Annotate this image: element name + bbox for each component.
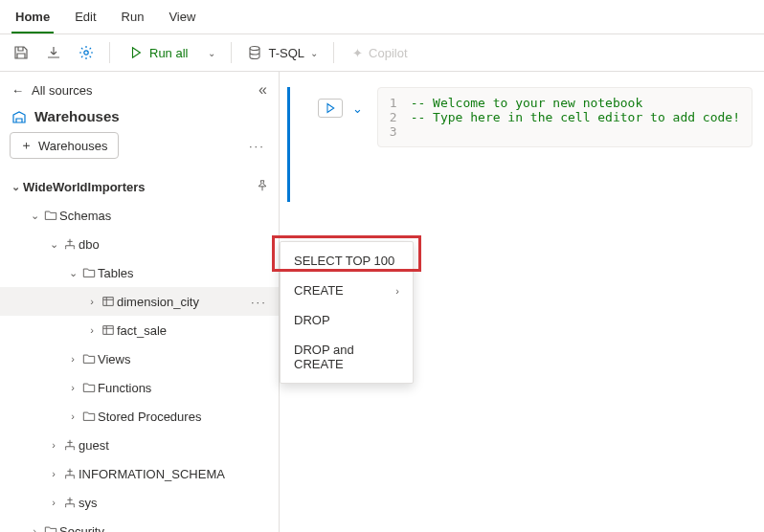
toolbar-separator	[109, 42, 110, 63]
settings-button[interactable]	[75, 41, 98, 64]
ctx-create[interactable]: CREATE ›	[281, 276, 413, 305]
tree-label: INFORMATION_SCHEMA	[79, 467, 271, 481]
back-all-sources[interactable]: ← All sources	[11, 83, 93, 98]
code-line: -- Welcome to your new notebook	[411, 96, 740, 110]
back-label: All sources	[32, 83, 93, 98]
menubar-item-run[interactable]: Run	[118, 6, 148, 33]
sidebar-more-button[interactable]: ···	[245, 139, 269, 153]
tree-schema-information[interactable]: › INFORMATION_SCHEMA	[0, 459, 279, 488]
line-number: 3	[390, 124, 397, 139]
tree-tables[interactable]: ⌄ Tables	[0, 258, 279, 287]
ctx-drop-and-create[interactable]: DROP and CREATE	[281, 335, 413, 379]
tree-schemas[interactable]: ⌄ Schemas	[0, 201, 279, 230]
run-all-button[interactable]: Run all	[122, 40, 194, 65]
code-cell[interactable]: 1 2 3 -- Welcome to your new notebook --…	[377, 87, 753, 147]
tree-functions[interactable]: › Functions	[0, 373, 279, 402]
save-button[interactable]	[10, 41, 33, 64]
sidebar-header: ← All sources «	[0, 72, 279, 104]
code-content: -- Welcome to your new notebook -- Type …	[411, 96, 740, 139]
chevron-right-icon: ›	[65, 382, 80, 393]
tree-stored-procedures[interactable]: › Stored Procedures	[0, 402, 279, 431]
tree-schema-guest[interactable]: › guest	[0, 431, 279, 459]
line-gutter: 1 2 3	[390, 96, 411, 139]
download-button[interactable]	[42, 41, 65, 64]
tree-label: Tables	[98, 266, 271, 280]
toolbar-separator	[231, 42, 232, 63]
tree-label: sys	[79, 496, 271, 510]
chevron-right-icon: ›	[84, 324, 100, 336]
tree-label: fact_sale	[117, 323, 271, 338]
folder-icon	[80, 410, 98, 423]
gear-icon	[79, 45, 94, 60]
run-all-label: Run all	[149, 46, 188, 60]
folder-icon	[42, 524, 59, 532]
chevron-right-icon: ›	[27, 525, 42, 532]
language-selector[interactable]: T-SQL ⌄	[243, 41, 322, 64]
tree-schema-dbo[interactable]: ⌄ dbo	[0, 230, 279, 258]
copilot-button[interactable]: ✦ Copilot	[346, 41, 411, 64]
tree-label: Schemas	[59, 209, 271, 223]
chevron-down-icon: ⌄	[208, 48, 215, 58]
tree-label: Functions	[98, 381, 271, 395]
ctx-select-top-100[interactable]: SELECT TOP 100	[281, 246, 413, 276]
tree-label: Security	[59, 524, 271, 533]
warehouse-icon	[11, 109, 27, 124]
tree-views[interactable]: › Views	[0, 344, 279, 373]
download-icon	[46, 45, 61, 60]
play-icon	[128, 45, 144, 60]
chevron-down-icon: ⌄	[46, 238, 61, 251]
context-menu: SELECT TOP 100 CREATE › DROP DROP and CR…	[280, 241, 414, 384]
tree-schema-sys[interactable]: › sys	[0, 488, 279, 517]
chevron-down-icon: ⌄	[310, 48, 318, 58]
cell-selected-indicator	[287, 87, 290, 202]
sidebar-title-row: Warehouses	[0, 104, 279, 130]
chevron-right-icon: ›	[65, 353, 80, 365]
sidebar-title: Warehouses	[34, 108, 120, 124]
schema-icon	[61, 237, 79, 251]
ctx-drop[interactable]: DROP	[281, 305, 413, 335]
tree-item-more-button[interactable]: ···	[247, 295, 271, 309]
folder-icon	[80, 381, 98, 394]
folder-icon	[80, 266, 98, 279]
folder-icon	[42, 209, 59, 222]
run-all-dropdown[interactable]: ⌄	[204, 44, 219, 62]
tree-label: dimension_city	[117, 295, 247, 309]
ctx-label: SELECT TOP 100	[294, 254, 394, 268]
table-icon	[100, 323, 117, 337]
sidebar: ← All sources « Warehouses ＋ Warehouses …	[0, 72, 280, 532]
language-label: T-SQL	[268, 46, 304, 60]
line-number: 2	[390, 110, 397, 124]
explorer-tree: ⌄ WideWorldImporters ⌄ Schemas ⌄ dbo	[0, 168, 279, 532]
schema-icon	[61, 496, 79, 509]
folder-icon	[80, 352, 98, 366]
copilot-icon: ✦	[349, 45, 365, 60]
chevron-down-icon: ⌄	[65, 267, 80, 279]
chevron-right-icon: ›	[46, 497, 61, 508]
tree-label: dbo	[79, 237, 271, 252]
chevron-right-icon: ›	[46, 468, 61, 479]
tree-label: WideWorldImporters	[23, 180, 254, 194]
copilot-label: Copilot	[369, 46, 407, 60]
chevron-right-icon: ›	[84, 296, 100, 307]
collapse-sidebar-button[interactable]: «	[258, 81, 267, 99]
sidebar-actions: ＋ Warehouses ···	[0, 130, 279, 168]
menubar-item-view[interactable]: View	[165, 6, 199, 33]
tree-label: Stored Procedures	[98, 410, 271, 424]
menubar-item-edit[interactable]: Edit	[71, 6, 100, 33]
cell-run-dropdown[interactable]: ⌄	[352, 101, 363, 116]
tree-label: guest	[79, 438, 271, 453]
ctx-label: CREATE	[294, 283, 344, 298]
toolbar-separator	[333, 42, 334, 63]
tree-security[interactable]: › Security	[0, 517, 279, 532]
menubar-item-home[interactable]: Home	[11, 6, 54, 33]
cell-run-button[interactable]	[318, 99, 343, 118]
table-icon	[100, 295, 117, 308]
tree-database[interactable]: ⌄ WideWorldImporters	[0, 172, 279, 201]
tree-label: Views	[98, 352, 271, 366]
chevron-right-icon: ›	[65, 410, 80, 422]
line-number: 1	[390, 96, 397, 110]
tree-table-fact-sale[interactable]: › fact_sale	[0, 316, 279, 344]
tree-table-dimension-city[interactable]: › dimension_city ···	[0, 287, 279, 316]
add-warehouse-button[interactable]: ＋ Warehouses	[10, 132, 119, 159]
pin-icon[interactable]	[254, 179, 271, 195]
